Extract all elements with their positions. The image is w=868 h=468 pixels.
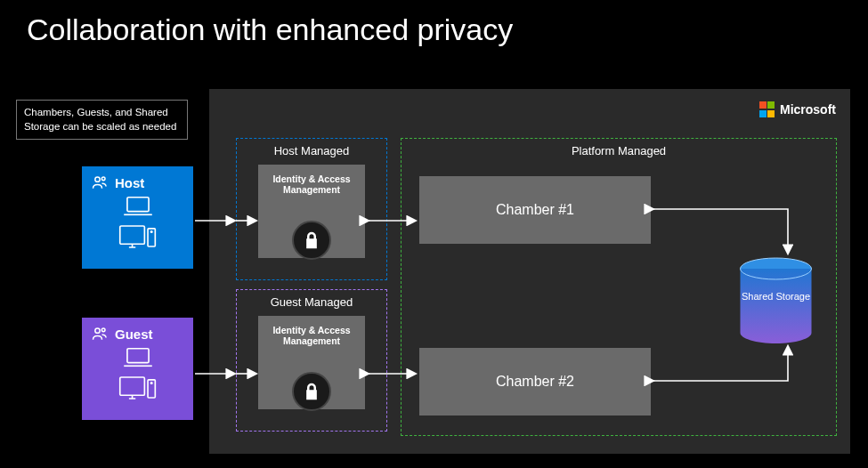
- guest-managed-label: Guest Managed: [237, 295, 386, 309]
- svg-point-5: [150, 231, 151, 232]
- svg-rect-3: [119, 226, 144, 244]
- desktop-icon: [118, 375, 158, 401]
- chamber-1: Chamber #1: [419, 176, 651, 244]
- host-label: Host: [115, 175, 144, 190]
- svg-point-11: [150, 383, 151, 383]
- platform-managed-label: Platform Managed: [402, 144, 836, 157]
- scaling-note: Chambers, Guests, and Shared Storage can…: [16, 100, 188, 140]
- shared-storage: Shared Storage: [738, 257, 814, 344]
- people-icon: [91, 325, 109, 343]
- slide-title: Collaboration with enhanced privacy: [0, 0, 868, 47]
- lock-icon: [292, 221, 331, 260]
- svg-point-0: [95, 177, 100, 182]
- platform-panel: Microsoft Host Managed Identity & Access…: [209, 89, 850, 454]
- laptop-icon: [121, 346, 155, 369]
- guest-iam-box: Identity & Access Management: [258, 316, 365, 409]
- microsoft-logo-icon: [759, 101, 775, 117]
- iam-label: Identity & Access Management: [258, 173, 365, 195]
- svg-point-7: [101, 328, 105, 332]
- svg-rect-2: [126, 198, 148, 212]
- host-tile: Host: [82, 166, 193, 269]
- svg-point-1: [101, 177, 105, 181]
- laptop-icon: [121, 195, 155, 218]
- svg-rect-8: [126, 349, 148, 363]
- host-managed-section: Host Managed Identity & Access Managemen…: [236, 138, 387, 280]
- host-managed-label: Host Managed: [237, 144, 386, 157]
- guest-label: Guest: [115, 327, 153, 342]
- microsoft-logo-text: Microsoft: [780, 102, 836, 117]
- guest-tile: Guest: [82, 318, 193, 420]
- desktop-icon: [118, 223, 158, 250]
- chamber-2: Chamber #2: [419, 348, 651, 416]
- host-iam-box: Identity & Access Management: [258, 165, 365, 258]
- guest-managed-section: Guest Managed Identity & Access Manageme…: [236, 289, 387, 432]
- svg-point-6: [95, 328, 100, 333]
- platform-managed-section: Platform Managed Chamber #1 Chamber #2 S…: [401, 138, 837, 436]
- people-icon: [91, 173, 109, 191]
- storage-label: Shared Storage: [738, 291, 814, 303]
- microsoft-logo: Microsoft: [759, 101, 837, 117]
- iam-label: Identity & Access Management: [258, 325, 365, 346]
- svg-rect-9: [119, 377, 144, 395]
- lock-icon: [292, 372, 331, 411]
